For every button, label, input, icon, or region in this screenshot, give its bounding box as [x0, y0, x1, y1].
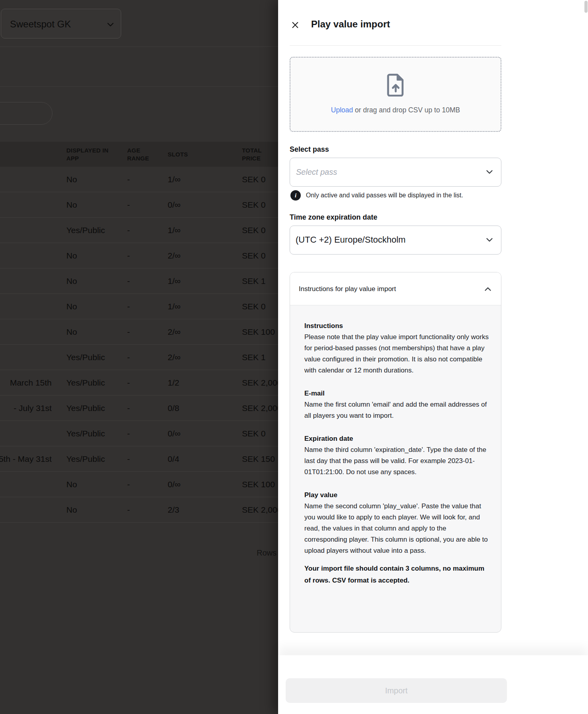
cell-name: March 15th — [0, 370, 52, 396]
accordion-note: Your import file should contain 3 column… — [304, 563, 490, 587]
column-header-displayed-in-app: DISPLAYED IN APP — [66, 142, 114, 167]
cell-name — [0, 243, 52, 268]
cell-price: SEK 0 — [242, 192, 278, 218]
cell-slots: 0/8 — [168, 396, 203, 421]
select-pass-hint: Only active and valid passes will be dis… — [306, 192, 463, 199]
instruction-section: Expiration dateName the third column 'ex… — [304, 435, 490, 478]
table-row: No-2/3SEK 2,000 — [0, 497, 278, 523]
background-scrim[interactable]: Sweetspot GK DISPLAYED IN APP AGE RANGE … — [0, 0, 278, 714]
upload-hint: Upload or drag and drop CSV up to 10MB — [290, 106, 501, 114]
file-upload-icon — [387, 73, 405, 98]
table-row: No-2/∞SEK 0 — [0, 243, 278, 268]
accordion-title: Instructions for play value import — [299, 272, 396, 305]
cell-disp: No — [66, 497, 126, 523]
cell-slots: 2/3 — [168, 497, 203, 523]
cell-price: SEK 0 — [242, 243, 278, 268]
info-icon: i — [290, 190, 301, 201]
cell-slots: 1/∞ — [168, 268, 203, 294]
cell-disp: No — [66, 268, 126, 294]
section-body: Name the second column 'play_value'. Pas… — [304, 501, 490, 556]
cell-age: - — [127, 472, 151, 497]
cell-disp: Yes/Public — [66, 370, 126, 396]
cell-price: SEK 0 — [242, 167, 278, 192]
cell-price: SEK 2,000 — [242, 497, 278, 523]
cell-name — [0, 167, 52, 192]
csv-dropzone[interactable]: Upload or drag and drop CSV up to 10MB — [290, 57, 501, 132]
table-row: Yes/Public-0/∞SEK 0 — [0, 421, 278, 446]
table-row: No-1/∞SEK 0 — [0, 167, 278, 192]
club-selector: Sweetspot GK — [1, 9, 121, 39]
drawer-title: Play value import — [311, 19, 390, 30]
column-header-age-range: AGE RANGE — [127, 142, 155, 167]
cell-disp: No — [66, 243, 126, 268]
cell-price: SEK 0 — [242, 421, 278, 446]
upload-link[interactable]: Upload — [331, 106, 353, 114]
section-heading: Instructions — [304, 322, 490, 330]
close-icon[interactable] — [289, 19, 302, 31]
cell-price: SEK 0 — [242, 294, 278, 319]
cell-slots: 1/∞ — [168, 218, 203, 243]
scrollbar[interactable] — [584, 1, 588, 13]
cell-slots: 2/∞ — [168, 243, 203, 268]
table-row: No-1/∞SEK 1 — [0, 268, 278, 294]
cell-age: - — [127, 319, 151, 345]
cell-name — [0, 319, 52, 345]
cell-price: SEK 1 — [242, 268, 278, 294]
select-pass-label: Select pass — [290, 145, 329, 154]
cell-disp: Yes/Public — [66, 218, 126, 243]
column-header-slots: SLOTS — [168, 142, 199, 167]
table-row: Yes/Public-1/∞SEK 0 — [0, 218, 278, 243]
upload-drag-label: or drag and drop CSV up to 10MB — [353, 106, 460, 114]
cell-age: - — [127, 243, 151, 268]
cell-disp: No — [66, 167, 126, 192]
timezone-label: Time zone expiration date — [290, 213, 377, 222]
cell-disp: Yes/Public — [66, 421, 126, 446]
accordion-header[interactable]: Instructions for play value import — [290, 272, 501, 305]
rows-per-page-label: Rows per page — [257, 548, 278, 558]
section-heading: Expiration date — [304, 435, 490, 443]
toolbar-pill-button — [0, 102, 52, 125]
page: Sweetspot GK DISPLAYED IN APP AGE RANGE … — [0, 0, 588, 714]
section-heading: E-mail — [304, 390, 490, 398]
timezone-value: (UTC +2) Europe/Stockholm — [296, 226, 406, 254]
import-button[interactable]: Import — [286, 678, 507, 703]
cell-age: - — [127, 268, 151, 294]
instruction-section: InstructionsPlease note that the play va… — [304, 322, 490, 376]
table-row: - July 31stYes/Public-0/8SEK 2,000 — [0, 396, 278, 421]
timezone-dropdown[interactable]: (UTC +2) Europe/Stockholm — [290, 226, 501, 255]
cell-slots: 2/∞ — [168, 345, 203, 370]
cell-age: - — [127, 446, 151, 472]
cell-age: - — [127, 167, 151, 192]
cell-age: - — [127, 218, 151, 243]
cell-name: - July 31st — [0, 396, 52, 421]
cell-name — [0, 268, 52, 294]
cell-age: - — [127, 345, 151, 370]
instructions-accordion: Instructions for play value import Instr… — [290, 272, 501, 633]
cell-disp: No — [66, 319, 126, 345]
cell-disp: Yes/Public — [66, 345, 126, 370]
table-body: No-1/∞SEK 0No-0/∞SEK 0Yes/Public-1/∞SEK … — [0, 167, 278, 523]
cell-age: - — [127, 370, 151, 396]
instruction-section: E-mailName the first column 'email' and … — [304, 390, 490, 421]
cell-slots: 0/∞ — [168, 472, 203, 497]
cell-price: SEK 1 — [242, 345, 278, 370]
table-header: DISPLAYED IN APP AGE RANGE SLOTS TOTAL P… — [0, 142, 278, 167]
cell-slots: 1/2 — [168, 370, 203, 396]
select-pass-dropdown[interactable]: Select pass — [290, 158, 501, 187]
table-row: March 15thYes/Public-1/2SEK 2,000 — [0, 370, 278, 396]
chevron-up-icon — [483, 284, 493, 296]
table-row: No-0/∞SEK 0 — [0, 192, 278, 218]
cell-name — [0, 421, 52, 446]
table-row: No-1/∞SEK 0 — [0, 294, 278, 319]
cell-price: SEK 2,000 — [242, 396, 278, 421]
select-pass-placeholder: Select pass — [296, 158, 337, 186]
cell-slots: 1/∞ — [168, 294, 203, 319]
section-body: Please note that the play value import f… — [304, 332, 490, 376]
table-row: No-2/∞SEK 100 — [0, 319, 278, 345]
cell-name — [0, 497, 52, 523]
cell-price: SEK 2,000 — [242, 370, 278, 396]
table-row: 5th - May 31stYes/Public-0/4SEK 150 — [0, 446, 278, 472]
cell-age: - — [127, 294, 151, 319]
table-row: Yes/Public-2/∞SEK 1 — [0, 345, 278, 370]
cell-price: SEK 100 — [242, 472, 278, 497]
